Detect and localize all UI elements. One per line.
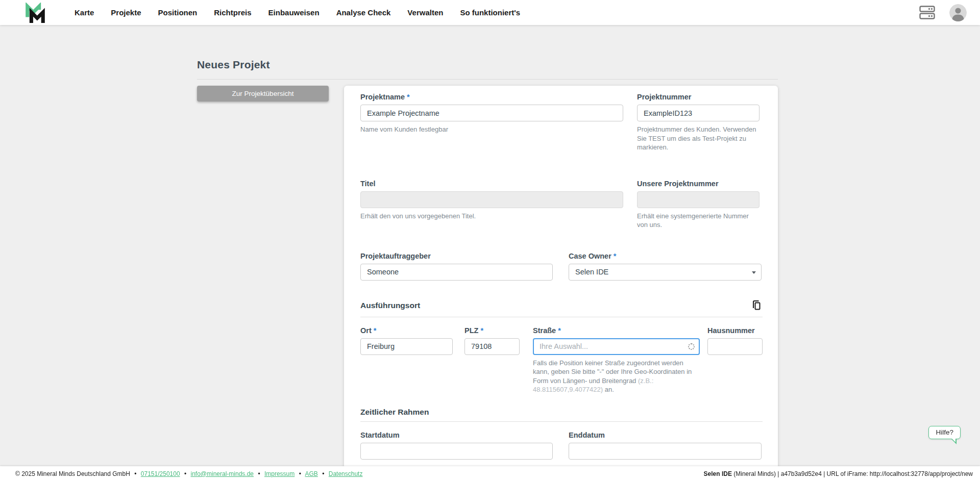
titel-helper: Erhält den von uns vorgegebenen Titel. — [360, 212, 623, 221]
case-owner-label: Case Owner* — [569, 252, 762, 260]
loading-spinner-icon — [688, 343, 695, 350]
unsere-projektnummer-label: Unsere Projektnummer — [637, 180, 760, 188]
projektname-label: Projektname* — [360, 93, 623, 101]
enddatum-label: Enddatum — [569, 431, 762, 439]
footer-link-datenschutz[interactable]: Datenschutz — [329, 470, 363, 477]
footer-user-name: Selen IDE — [704, 470, 732, 477]
server-icon[interactable] — [918, 5, 936, 20]
projektauftraggeber-label: Projektauftraggeber — [360, 252, 553, 260]
required-asterisk: * — [480, 326, 483, 335]
projektnummer-label: Projektnummer — [637, 93, 760, 101]
person-icon — [949, 4, 967, 21]
case-owner-field: Case Owner* Selen IDE — [569, 252, 762, 281]
footer-session-details: (Mineral Minds) | a47b3a9d52e4 | URL of … — [732, 470, 973, 477]
copy-location-button[interactable] — [750, 299, 763, 312]
case-owner-selected-value: Selen IDE — [575, 268, 608, 276]
required-asterisk: * — [614, 252, 617, 260]
page-title: Neues Projekt — [197, 59, 778, 71]
ausfuehrungsort-title: Ausführungsort — [360, 301, 420, 310]
mineral-minds-logo-icon — [23, 3, 47, 23]
plz-label: PLZ* — [464, 326, 520, 335]
required-asterisk: * — [374, 326, 377, 335]
copyright-text: © 2025 Mineral Minds Deutschland GmbH — [15, 470, 130, 477]
startdatum-label: Startdatum — [360, 431, 553, 439]
main-content: Neues Projekt Zur Projektübersicht Proje… — [0, 59, 980, 481]
projektname-field: Projektname* Name vom Kunden festlegbar — [360, 93, 623, 134]
strasse-helper: Falls die Position keiner Straße zugeord… — [533, 359, 700, 394]
help-button[interactable]: Hilfe? — [928, 426, 961, 439]
hausnummer-label: Hausnummer — [707, 326, 763, 335]
plz-input[interactable] — [464, 338, 520, 355]
side-actions: Zur Projektübersicht — [197, 86, 329, 102]
unsere-projektnummer-input — [637, 191, 760, 208]
titel-input — [360, 191, 623, 208]
zeitlicher-rahmen-section-header: Zeitlicher Rahmen — [360, 408, 763, 417]
nav-item-einbauweisen[interactable]: Einbauweisen — [268, 8, 320, 17]
titel-label: Titel — [360, 180, 623, 188]
projektnummer-input[interactable] — [637, 105, 760, 121]
hausnummer-input[interactable] — [707, 338, 763, 355]
ausfuehrungsort-divider — [360, 317, 763, 317]
unsere-projektnummer-field: Unsere Projektnummer Erhält eine systemg… — [637, 180, 760, 230]
unsere-projektnummer-helper: Erhält eine systemgenerierte Nummer von … — [637, 212, 760, 230]
ort-input[interactable] — [360, 338, 453, 355]
footer: © 2025 Mineral Minds Deutschland GmbH • … — [0, 466, 980, 481]
footer-link-email[interactable]: info@mineral-minds.de — [190, 470, 254, 477]
projektname-input[interactable] — [360, 105, 623, 121]
back-to-project-overview-button[interactable]: Zur Projektübersicht — [197, 86, 329, 102]
nav-item-projekte[interactable]: Projekte — [111, 8, 141, 17]
strasse-input[interactable] — [533, 338, 700, 355]
startdatum-field: Startdatum — [360, 431, 553, 460]
app-logo[interactable] — [23, 3, 47, 23]
enddatum-field: Enddatum — [569, 431, 762, 460]
hausnummer-field: Hausnummer — [707, 326, 763, 355]
strasse-label: Straße* — [533, 326, 700, 335]
required-asterisk: * — [407, 93, 410, 101]
user-avatar[interactable] — [949, 4, 967, 21]
nav-item-positionen[interactable]: Positionen — [158, 8, 198, 17]
footer-link-phone[interactable]: 07151/250100 — [141, 470, 180, 477]
required-asterisk: * — [558, 326, 561, 335]
ort-field: Ort* — [360, 326, 453, 355]
new-project-form-card: Projektname* Name vom Kunden festlegbar … — [344, 86, 778, 472]
nav-item-so-funktionierts[interactable]: So funktioniert's — [460, 8, 520, 17]
projektauftraggeber-field: Projektauftraggeber — [360, 252, 553, 281]
navbar-right — [918, 4, 967, 21]
main-nav: Karte Projekte Positionen Richtpreis Ein… — [75, 8, 520, 17]
title-divider — [197, 79, 778, 80]
projektnummer-helper: Projektnummer des Kunden. Verwenden Sie … — [637, 125, 760, 152]
enddatum-input[interactable] — [569, 443, 762, 460]
projektnummer-field: Projektnummer Projektnummer des Kunden. … — [637, 93, 760, 152]
nav-item-karte[interactable]: Karte — [75, 8, 94, 17]
projektauftraggeber-input[interactable] — [360, 264, 553, 281]
plz-field: PLZ* — [464, 326, 520, 355]
nav-item-richtpreis[interactable]: Richtpreis — [214, 8, 251, 17]
titel-field: Titel Erhält den von uns vorgegebenen Ti… — [360, 180, 623, 221]
chevron-down-icon — [752, 271, 756, 274]
footer-link-agb[interactable]: AGB — [305, 470, 318, 477]
nav-item-analyse-check[interactable]: Analyse Check — [336, 8, 391, 17]
nav-item-verwalten[interactable]: Verwalten — [407, 8, 443, 17]
top-navbar: Karte Projekte Positionen Richtpreis Ein… — [0, 0, 980, 25]
footer-left: © 2025 Mineral Minds Deutschland GmbH • … — [15, 470, 362, 477]
zeitlicher-rahmen-divider — [360, 421, 763, 422]
zeitlicher-rahmen-title: Zeitlicher Rahmen — [360, 408, 429, 417]
copy-icon — [751, 300, 762, 311]
strasse-field: Straße* Falls die Position keiner Straße… — [533, 326, 700, 394]
projektname-helper: Name vom Kunden festlegbar — [360, 125, 623, 134]
ausfuehrungsort-section-header: Ausführungsort — [360, 299, 763, 312]
footer-link-impressum[interactable]: Impressum — [264, 470, 295, 477]
startdatum-input[interactable] — [360, 443, 553, 460]
footer-session-info: Selen IDE (Mineral Minds) | a47b3a9d52e4… — [704, 470, 973, 477]
ort-label: Ort* — [360, 326, 453, 335]
case-owner-select[interactable]: Selen IDE — [569, 264, 762, 281]
